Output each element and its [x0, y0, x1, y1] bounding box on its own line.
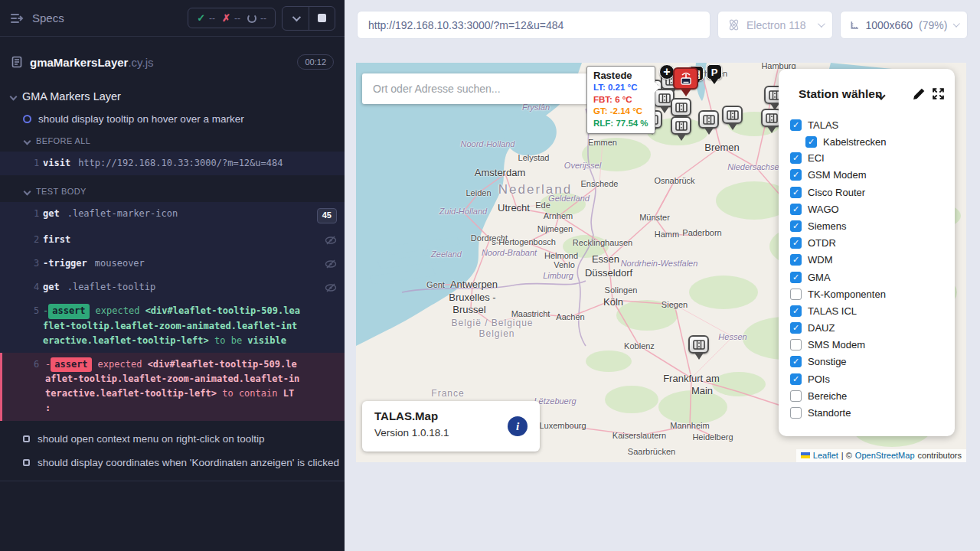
station-checkbox-item[interactable]: ✓POIs [790, 373, 955, 385]
checkbox-checked[interactable]: ✓ [790, 204, 802, 215]
station-label: SMS Modem [808, 339, 865, 350]
chevron-down-icon [292, 12, 301, 21]
test-running-icon [23, 115, 31, 123]
command-row[interactable]: 3 -triggermouseover [0, 252, 345, 276]
station-checkbox-item[interactable]: ✓WAGO [790, 204, 955, 215]
checkbox-checked[interactable]: ✓ [790, 254, 802, 266]
spec-file-icon [11, 56, 23, 68]
specs-menu-icon[interactable] [9, 11, 24, 26]
checkbox-checked[interactable]: ✓ [790, 272, 802, 283]
pending-test-row[interactable]: should display coordinates when 'Koordin… [0, 457, 345, 468]
test-body-section[interactable]: TEST BODY [0, 187, 345, 196]
station-checkbox-item[interactable]: SMS Modem [790, 339, 955, 350]
stat-passed: ✓-- [197, 12, 215, 24]
station-marker[interactable] [722, 106, 743, 135]
reporter-divider [0, 481, 345, 481]
station-label: Siemens [808, 220, 847, 232]
map-search-input[interactable] [362, 73, 595, 104]
stat-pending: -- [247, 13, 266, 24]
station-checkbox-item[interactable]: TK-Komponenten [790, 289, 955, 300]
checkbox-checked[interactable]: ✓ [790, 356, 802, 367]
checkbox-checked[interactable]: ✓ [790, 220, 802, 232]
test-stats: ✓-- ✗-- -- [188, 8, 276, 28]
suite-title[interactable]: GMA Markers Layer [0, 90, 345, 103]
assert-chip: assert [51, 357, 91, 372]
command-row[interactable]: 1 get.leaflet-marker-icon 45 [0, 202, 345, 228]
info-icon[interactable]: i [508, 416, 528, 436]
checkbox-checked[interactable]: ✓ [790, 169, 802, 181]
failed-x-icon: ✗ [222, 12, 230, 24]
station-checkbox-item[interactable]: ✓TALAS [790, 119, 955, 131]
command-row[interactable]: 2 first [0, 228, 345, 252]
station-label: Sonstige [808, 356, 847, 367]
station-label: TK-Komponenten [808, 289, 886, 300]
leaflet-map[interactable]: FryslânNoord-HollandLelystadAmsterdamNed… [356, 63, 966, 462]
before-all-section[interactable]: BEFORE ALL [0, 136, 345, 145]
checkbox-checked[interactable]: ✓ [790, 373, 802, 385]
checkbox-checked[interactable]: ✓ [805, 136, 817, 148]
station-checkbox-item[interactable]: ✓GMA [790, 272, 955, 283]
test-reporter-panel: Specs ✓-- ✗-- -- gmaMarkersLayer.cy.js 0… [0, 0, 345, 551]
station-panel-title[interactable]: Station wählen [799, 87, 882, 101]
collapse-all-button[interactable] [283, 7, 309, 30]
tooltip-row: GT: -2.14 °C [593, 106, 648, 118]
assert-chip: assert [48, 304, 89, 318]
browser-selector[interactable]: Electron 118 [717, 11, 833, 39]
specs-title[interactable]: Specs [32, 11, 64, 24]
station-label: GSM Modem [808, 169, 867, 181]
checkbox-checked[interactable]: ✓ [790, 187, 802, 198]
station-label: ECI [808, 152, 825, 164]
station-checkbox-item[interactable]: ✓Kabelstrecken [805, 136, 955, 148]
app-name: TALAS.Map [374, 409, 528, 422]
checkbox-checked[interactable]: ✓ [790, 152, 802, 164]
station-checkbox-list: ✓TALAS✓Kabelstrecken✓ECI✓GSM Modem✓Cisco… [779, 112, 955, 419]
station-checkbox-item[interactable]: ✓GSM Modem [790, 169, 955, 181]
assert-failed-row[interactable]: 6 -assertexpected <div#leaflet-tooltip-5… [0, 353, 345, 421]
element-count-badge: 45 [317, 208, 337, 223]
station-checkbox-item[interactable]: ✓Cisco Router [790, 187, 955, 198]
spec-file-name: gmaMarkersLayer.cy.js [30, 56, 153, 69]
viewport-selector[interactable]: 1000x660 (79%) [840, 11, 968, 39]
station-checkbox-item[interactable]: ✓Sonstige [790, 356, 955, 367]
station-label: Standorte [808, 407, 851, 419]
checkbox-checked[interactable]: ✓ [790, 237, 802, 249]
cluster-add-marker[interactable]: + [659, 64, 675, 80]
stop-button[interactable] [309, 7, 335, 30]
checkbox-unchecked[interactable] [790, 339, 802, 350]
spec-file-row[interactable]: gmaMarkersLayer.cy.js 00:12 [0, 49, 345, 75]
tooltip-row: FBT: 6 °C [593, 94, 648, 106]
fullscreen-expand-icon[interactable] [932, 87, 945, 100]
hidden-eye-icon [325, 282, 337, 294]
checkbox-checked[interactable]: ✓ [790, 119, 802, 131]
parking-marker[interactable]: P [707, 64, 722, 88]
leaflet-link[interactable]: Leaflet [813, 451, 838, 460]
station-checkbox-item[interactable]: ✓OTDR [790, 237, 955, 249]
marker-tooltip[interactable]: Rastede LT: 0.21 °C FBT: 6 °C GT: -2.14 … [586, 66, 655, 134]
command-row[interactable]: 4 get.leaflet-tooltip [0, 276, 345, 299]
checkbox-checked[interactable]: ✓ [790, 305, 802, 317]
checkbox-unchecked[interactable] [790, 390, 802, 402]
pending-test-row[interactable]: should open context menu on right-click … [0, 433, 345, 445]
edit-pencil-icon[interactable] [913, 87, 926, 100]
station-checkbox-item[interactable]: ✓WDM [790, 254, 955, 266]
checkbox-unchecked[interactable] [790, 407, 802, 419]
checkbox-unchecked[interactable] [790, 289, 802, 300]
osm-link[interactable]: OpenStreetMap [855, 451, 915, 460]
assert-passed-row[interactable]: 5 -assertexpected <div#leaflet-tooltip-5… [0, 299, 345, 353]
url-input[interactable] [357, 11, 710, 39]
station-marker[interactable] [688, 335, 709, 364]
station-checkbox-item[interactable]: ✓TALAS ICL [790, 305, 955, 317]
station-checkbox-item[interactable]: Bereiche [790, 390, 955, 402]
station-label: Cisco Router [808, 187, 865, 198]
passed-check-icon: ✓ [197, 12, 205, 24]
checkbox-checked[interactable]: ✓ [790, 322, 802, 334]
station-marker[interactable] [698, 110, 719, 139]
station-checkbox-item[interactable]: ✓DAUZ [790, 322, 955, 334]
command-row[interactable]: 1 visithttp://192.168.10.33:3000/?m=12&u… [0, 152, 345, 175]
station-marker[interactable] [671, 116, 691, 145]
station-checkbox-item[interactable]: Standorte [790, 407, 955, 419]
active-test-title[interactable]: should display tooltip on hover over a m… [0, 113, 345, 125]
station-checkbox-item[interactable]: ✓Siemens [790, 220, 955, 232]
alarm-station-marker[interactable] [673, 67, 698, 102]
station-checkbox-item[interactable]: ✓ECI [790, 152, 955, 164]
